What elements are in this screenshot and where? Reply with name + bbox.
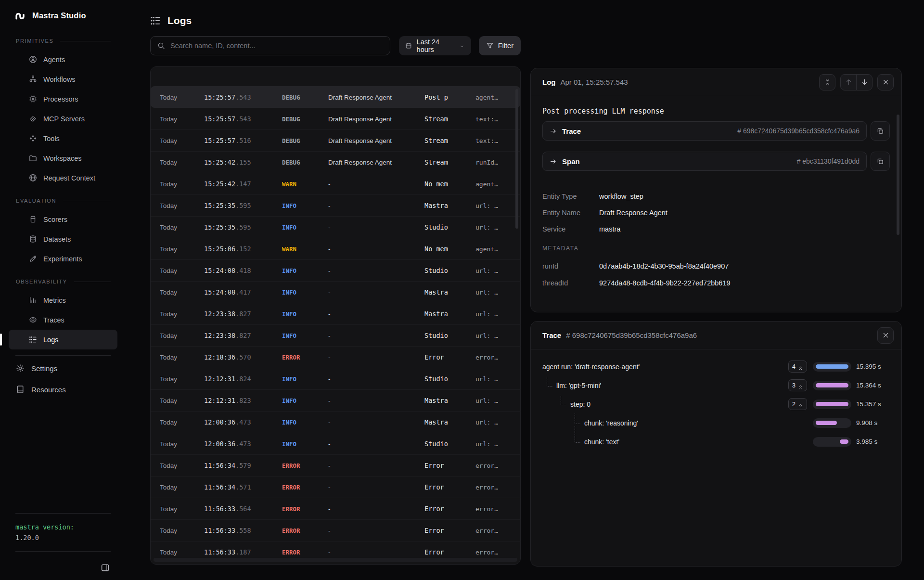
sidebar-footer-item[interactable]: Settings: [0, 358, 117, 379]
table-row[interactable]: Today 15:25:57.543 DEBUG Draft Response …: [151, 86, 520, 108]
table-row[interactable]: Today 11:56:34.571 ERROR - Error error…: [151, 476, 520, 498]
trace-panel-id: # 698c7240675d39b65cd358cfc476a9a6: [566, 331, 697, 339]
table-scrollbar[interactable]: [515, 89, 518, 229]
cell-date: Today: [160, 159, 204, 166]
sidebar-item[interactable]: Traces: [9, 310, 117, 330]
table-row[interactable]: Today 11:56:33.564 ERROR - Error error…: [151, 498, 520, 519]
cell-message: Mastra: [424, 397, 475, 404]
span-row[interactable]: step: 0 2 15.357 s: [531, 395, 890, 413]
sidebar-item[interactable]: Metrics: [9, 290, 117, 310]
cell-date: Today: [160, 505, 204, 513]
search-input[interactable]: [170, 42, 383, 50]
collapse-panel-button[interactable]: [819, 74, 835, 90]
sidebar-item[interactable]: Scorers: [9, 209, 117, 229]
cell-entity: -: [328, 462, 424, 469]
table-row[interactable]: Today 15:25:06.152 WARN - No mem agent…: [151, 238, 520, 259]
span-row[interactable]: chunk: 'reasoning' 9.908 s: [531, 413, 890, 432]
close-log-panel-button[interactable]: [877, 74, 894, 90]
span-row[interactable]: llm: 'gpt-5-mini' 3 15.364 s: [531, 376, 890, 395]
log-message: Post processing LLM response: [542, 107, 890, 116]
table-row[interactable]: Today 15:25:57.543 DEBUG Draft Response …: [151, 108, 520, 129]
section-divider: [60, 41, 111, 41]
sidebar-item-label: Traces: [43, 316, 64, 324]
span-row[interactable]: agent run: 'draft-response-agent' 4 15.3…: [531, 357, 890, 376]
trace-panel: Trace # 698c7240675d39b65cd358cfc476a9a6…: [530, 321, 902, 567]
sidebar-item[interactable]: Request Context: [9, 168, 117, 188]
table-row[interactable]: Today 15:25:57.516 DEBUG Draft Response …: [151, 129, 520, 151]
filter-button[interactable]: Filter: [479, 36, 521, 55]
cell-message: Error: [424, 462, 475, 469]
cell-time: 12:18:36.570: [204, 353, 282, 361]
cell-data: url: …: [475, 332, 520, 339]
cell-message: Mastra: [424, 310, 475, 318]
log-panel-scrollbar[interactable]: [897, 115, 899, 235]
table-row[interactable]: Today 15:24:08.417 INFO - Mastra url: …: [151, 281, 520, 303]
sidebar-collapse-icon[interactable]: [101, 563, 110, 572]
metadata-label: threadId: [542, 279, 599, 287]
table-row[interactable]: Today 15:25:42.147 WARN - No mem agent…: [151, 173, 520, 194]
cell-time: 11:56:34.571: [204, 483, 282, 491]
table-row[interactable]: Today 15:25:35.595 INFO - Mastra url: …: [151, 194, 520, 216]
cell-time: 15:25:57.543: [204, 93, 282, 101]
span-row[interactable]: chunk: 'text' 3.985 s: [531, 432, 890, 451]
table-row[interactable]: Today 11:56:33.558 ERROR - Error error…: [151, 519, 520, 541]
duration-bar-fill: [816, 364, 848, 369]
sidebar-item[interactable]: MCP Servers: [9, 109, 117, 129]
next-log-button[interactable]: [856, 74, 873, 90]
table-row[interactable]: Today 12:00:36.473 INFO - Mastra url: …: [151, 411, 520, 433]
time-range-button[interactable]: Last 24 hours: [399, 36, 471, 55]
controls-row: Last 24 hours Filter: [150, 36, 521, 55]
sidebar-item[interactable]: Tools: [9, 129, 117, 148]
cell-level: WARN: [282, 180, 328, 188]
field-row: Entity Name Draft Response Agent: [542, 205, 890, 221]
sidebar-item[interactable]: Agents: [9, 50, 117, 69]
table-horizontal-scrollbar[interactable]: [154, 558, 517, 562]
previous-log-button[interactable]: [840, 74, 857, 90]
cell-date: Today: [160, 462, 204, 469]
span-metrics: 3 15.364 s: [785, 379, 890, 391]
trace-link[interactable]: Trace # 698c7240675d39b65cd358cfc476a9a6: [542, 121, 867, 141]
sidebar-item[interactable]: Experiments: [9, 249, 117, 269]
sidebar-item[interactable]: Processors: [9, 89, 117, 109]
cell-time: 15:25:57.516: [204, 137, 282, 144]
table-row[interactable]: Today 15:25:35.595 INFO - Studio url: …: [151, 216, 520, 238]
span-count-badge[interactable]: 4: [788, 361, 807, 373]
cell-level: INFO: [282, 289, 328, 296]
sidebar-item[interactable]: Logs: [9, 330, 117, 349]
table-row[interactable]: Today 15:24:08.418 INFO - Studio url: …: [151, 259, 520, 281]
copy-span-id-button[interactable]: [871, 152, 890, 171]
span-duration: 15.357 s: [856, 400, 890, 408]
table-row[interactable]: Today 11:56:34.579 ERROR - Error error…: [151, 454, 520, 476]
table-row[interactable]: Today 12:12:31.823 INFO - Mastra url: …: [151, 389, 520, 411]
close-trace-panel-button[interactable]: [877, 327, 894, 344]
span-link[interactable]: Span # ebc31130f491d0dd: [542, 152, 867, 171]
span-count-badge[interactable]: 2: [788, 398, 807, 410]
table-row[interactable]: Today 12:18:36.570 ERROR - Error error…: [151, 346, 520, 368]
table-row[interactable]: Today 12:00:36.473 INFO - Studio url: …: [151, 433, 520, 454]
cell-level: INFO: [282, 397, 328, 404]
sidebar-item[interactable]: Datasets: [9, 229, 117, 249]
funnel-icon: [486, 42, 494, 50]
sidebar-item[interactable]: Workflows: [9, 69, 117, 89]
span-metrics: 4 15.395 s: [785, 361, 890, 373]
sidebar-item[interactable]: Workspaces: [9, 148, 117, 168]
cell-entity: Draft Response Agent: [328, 159, 424, 166]
span-metrics: 3.985 s: [785, 437, 890, 447]
app-root: Mastra Studio PRIMITIVES Agents: [0, 0, 924, 580]
sidebar-footer-item[interactable]: Resources: [0, 379, 117, 400]
sidebar-item-label: Agents: [43, 56, 65, 64]
cell-entity: -: [328, 549, 424, 556]
cell-data: text:…: [475, 116, 520, 123]
cell-entity: -: [328, 180, 424, 188]
table-row[interactable]: Today 12:23:38.827 INFO - Mastra url: …: [151, 303, 520, 324]
metadata-label: runId: [542, 262, 599, 270]
table-row[interactable]: Today 12:12:31.824 INFO - Studio url: …: [151, 368, 520, 389]
table-row[interactable]: Today 12:23:38.827 INFO - Studio url: …: [151, 324, 520, 346]
duration-bar: [813, 362, 851, 372]
cell-message: Studio: [424, 332, 475, 339]
span-count-badge[interactable]: 3: [788, 379, 807, 391]
copy-trace-id-button[interactable]: [871, 121, 890, 141]
table-row[interactable]: Today 15:25:42.155 DEBUG Draft Response …: [151, 151, 520, 173]
cell-time: 15:25:35.595: [204, 202, 282, 209]
cell-message: Error: [424, 353, 475, 361]
